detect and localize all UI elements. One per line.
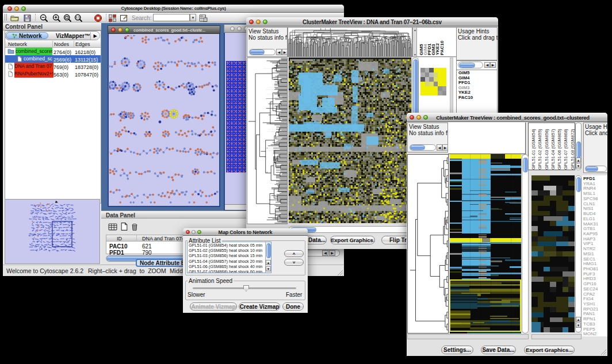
svg-text:1:1: 1:1 [76,16,80,19]
